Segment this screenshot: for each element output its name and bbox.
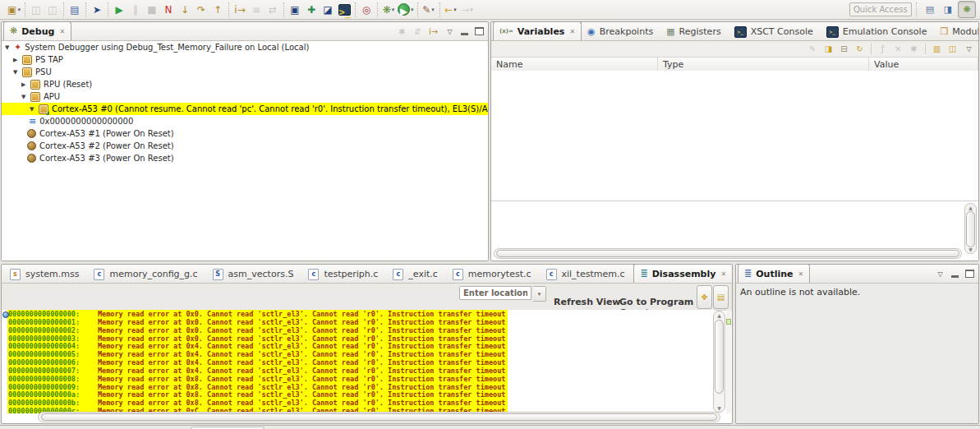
pin-view-button[interactable]: ▥ xyxy=(930,42,944,56)
back-nav-button[interactable]: ←▾ xyxy=(444,2,458,17)
perspective-sdk-button[interactable]: ◨ xyxy=(940,2,956,17)
step-over-button[interactable]: ↷ xyxy=(194,2,209,17)
disassembly-line[interactable]: 0000000000000002:Memory read error at 0x… xyxy=(7,326,714,334)
instruction-stepping-mode-button[interactable]: i→ xyxy=(426,25,440,39)
collapse-arrow-icon[interactable]: ▼ xyxy=(13,69,22,76)
disassembly-line[interactable]: 000000000000000a:Memory read error at 0x… xyxy=(7,390,714,399)
collapse-all-button[interactable]: ⊟ xyxy=(837,42,851,56)
tab-asm-vectors-s[interactable]: Sasm_vectors.S xyxy=(206,265,302,283)
overview-ruler-mark[interactable] xyxy=(726,319,731,325)
disassembly-line[interactable]: 0000000000000005:Memory read error at 0x… xyxy=(7,350,714,358)
target-connections-button[interactable]: ◎ xyxy=(359,2,374,17)
debug-launch-button[interactable]: ❋▾ xyxy=(381,2,396,17)
step-return-button[interactable]: ↑ xyxy=(210,2,225,17)
column-header-type[interactable]: Type xyxy=(658,58,869,72)
collapse-arrow-icon[interactable]: ▼ xyxy=(5,44,14,51)
disassembly-show-symbols-button[interactable]: ▤ xyxy=(713,285,729,309)
column-header-name[interactable]: Name xyxy=(491,58,658,72)
disconnect-button[interactable]: N xyxy=(161,2,176,17)
dropdown-icon[interactable]: ▾ xyxy=(453,7,457,13)
tab-registers[interactable]: ▦Registers xyxy=(660,23,728,40)
disassembly-line[interactable]: 000000000000000b:Memory read error at 0x… xyxy=(7,399,714,407)
run-launch-button[interactable]: ▶▾ xyxy=(398,2,414,17)
collapse-arrow-icon[interactable]: ▼ xyxy=(21,94,30,100)
location-dropdown-icon[interactable]: ▾ xyxy=(533,286,546,302)
disassembly-horizontal-scrollbar[interactable] xyxy=(38,412,720,422)
instruction-stepping-button[interactable]: i→ xyxy=(232,2,247,17)
tree-row-ps[interactable]: ▶PS TAP xyxy=(2,53,488,66)
tab-debug[interactable]: ❋ Debug ✕ xyxy=(3,21,71,40)
perspective-debug-button[interactable]: ❋ xyxy=(958,1,976,18)
tab-modules[interactable]: ❒Modules xyxy=(934,23,979,40)
refresh-view-button[interactable]: Refresh View xyxy=(554,297,621,307)
tree-row-system-debugger[interactable]: ▼✦System Debugger using Debug_Test_Memor… xyxy=(2,41,488,53)
refresh-variables-button[interactable]: ↻ xyxy=(853,42,867,56)
close-icon[interactable]: ✕ xyxy=(59,28,65,35)
dropdown-icon[interactable]: ▾ xyxy=(411,7,414,13)
step-into-button[interactable]: ↓ xyxy=(177,2,192,17)
open-new-view-button[interactable]: ◫ xyxy=(945,42,959,56)
tree-row-cortexa53[interactable]: ▼Cortex-A53 #0 (Cannot resume. Cannot re… xyxy=(2,103,488,115)
location-input[interactable] xyxy=(459,286,531,300)
dropdown-icon[interactable]: ▾ xyxy=(431,7,435,13)
details-vertical-scrollbar[interactable]: ▲ ▼ xyxy=(964,203,977,254)
disassembly-line[interactable]: 0000000000000008:Memory read error at 0x… xyxy=(7,375,714,383)
show-logical-structures-button[interactable]: ◨ xyxy=(821,42,835,56)
build-report-button[interactable]: ▤ xyxy=(67,2,82,17)
tree-row-psu[interactable]: ▼PSU xyxy=(2,66,488,78)
minimize-button[interactable] xyxy=(458,25,471,38)
variables-table-body[interactable] xyxy=(491,71,978,200)
disassembly-line[interactable]: 0000000000000009:Memory read error at 0x… xyxy=(7,383,714,391)
tree-row-apu[interactable]: ▼APU xyxy=(2,90,488,103)
open-perspective-button[interactable]: ▤ xyxy=(922,2,938,17)
tree-row-cortexa53[interactable]: Cortex-A53 #2 (Power On Reset) xyxy=(2,140,488,152)
variables-details-pane[interactable]: ▲ ▼ xyxy=(491,201,978,261)
resume-button[interactable]: ▶ xyxy=(112,2,127,17)
disassembly-line[interactable]: 0000000000000006:Memory read error at 0x… xyxy=(7,358,714,367)
dropdown-icon[interactable]: ▾ xyxy=(470,7,473,13)
disassembly-line[interactable]: 0000000000000001:Memory read error at 0x… xyxy=(7,318,714,326)
tab-breakpoints[interactable]: ◉Breakpoints xyxy=(582,23,660,40)
disassembly-line[interactable]: 0000000000000007:Memory read error at 0x… xyxy=(7,367,714,375)
maximize-button[interactable] xyxy=(964,268,976,280)
vivado-button[interactable]: ◪ xyxy=(320,2,335,17)
view-menu-icon[interactable]: ▽ xyxy=(934,268,946,280)
tree-row-cortexa53[interactable]: Cortex-A53 #3 (Power On Reset) xyxy=(2,152,488,164)
disassembly-line[interactable]: 0000000000000003:Memory read error at 0x… xyxy=(7,334,714,343)
close-icon[interactable]: ✕ xyxy=(720,270,726,278)
disassembly-line[interactable]: 0000000000000000:Memory read error at 0x… xyxy=(7,310,714,318)
minimize-button[interactable] xyxy=(949,268,961,280)
view-menu-icon[interactable]: ▽ xyxy=(963,43,975,55)
tab-system-mss[interactable]: ssystem.mss xyxy=(3,265,87,283)
tab-xsct-console[interactable]: >_XSCT Console xyxy=(729,23,821,40)
tab-outline[interactable]: ≣ Outline ✕ xyxy=(738,264,810,283)
tab-testperiph-c[interactable]: ctestperiph.c xyxy=(301,265,386,283)
column-header-value[interactable]: Value xyxy=(869,58,978,72)
collapse-arrow-icon[interactable]: ▼ xyxy=(30,106,39,113)
disassembly-vertical-scrollbar[interactable]: ▲ ▼ xyxy=(713,311,725,413)
tab-memorytest-c[interactable]: cmemorytest.c xyxy=(446,265,540,283)
close-icon[interactable]: ✕ xyxy=(569,28,575,35)
details-horizontal-scrollbar[interactable] xyxy=(494,248,962,259)
quick-access-input[interactable] xyxy=(849,2,912,16)
pointer-mode-button[interactable]: ➤ xyxy=(90,2,104,17)
maximize-button[interactable] xyxy=(473,25,485,38)
tab-variables[interactable]: (x)=Variables✕ xyxy=(493,21,582,40)
console-view-button[interactable]: ▣ xyxy=(288,2,302,17)
tree-row-rpu[interactable]: ▶RPU (Reset) xyxy=(2,78,488,90)
tab-disassembly[interactable]: ≣Disassembly✕ xyxy=(633,264,734,283)
dropdown-icon[interactable]: ▾ xyxy=(17,7,21,13)
external-tools-button[interactable]: ✎▾ xyxy=(421,2,436,17)
new-wizard-button[interactable]: ▣▾ xyxy=(7,2,21,17)
xsct-console-button[interactable]: ✚ xyxy=(304,2,319,17)
tab-memory-config-g-c[interactable]: cmemory_config_g.c xyxy=(87,265,205,283)
tree-row-0x0000000000000000[interactable]: ≡0x0000000000000000 xyxy=(2,115,488,127)
disassembly-line[interactable]: 0000000000000004:Memory read error at 0x… xyxy=(7,342,714,350)
disassembly-show-source-button[interactable]: ❖ xyxy=(697,285,712,309)
close-icon[interactable]: ✕ xyxy=(798,270,804,278)
expand-arrow-icon[interactable]: ▶ xyxy=(13,57,22,63)
view-menu-icon[interactable]: ▽ xyxy=(444,25,456,38)
expand-arrow-icon[interactable]: ▶ xyxy=(21,81,30,88)
tab-emulation-console[interactable]: >_Emulation Console xyxy=(821,23,935,40)
dropdown-icon[interactable]: ▾ xyxy=(392,7,395,13)
